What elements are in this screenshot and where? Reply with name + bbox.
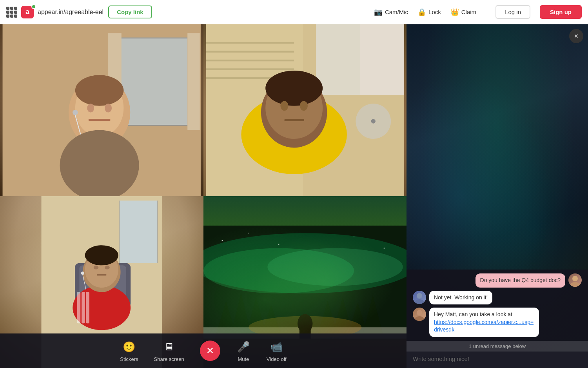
apps-grid-icon[interactable]	[6, 7, 17, 18]
svg-point-72	[383, 248, 385, 249]
svg-point-68	[221, 240, 223, 241]
svg-marker-61	[245, 297, 267, 339]
share-screen-label: Share screen	[154, 356, 184, 362]
svg-rect-20	[206, 51, 294, 52]
svg-point-49	[85, 245, 118, 265]
nav-divider	[486, 6, 486, 18]
claim-button[interactable]: 👑 Claim	[450, 8, 476, 16]
share-screen-icon: 🖥	[162, 340, 176, 355]
mute-label: Mute	[238, 356, 249, 362]
svg-rect-46	[86, 292, 89, 324]
svg-point-56	[203, 233, 407, 293]
lock-icon: 🔒	[417, 8, 426, 16]
svg-marker-59	[214, 301, 237, 339]
chat-link[interactable]: https://docs.google.com/a/zapier.c...usp…	[434, 319, 534, 333]
lock-button[interactable]: 🔒 Lock	[417, 8, 441, 16]
svg-point-76	[572, 276, 578, 281]
chat-input-row	[407, 352, 588, 368]
svg-marker-63	[316, 301, 339, 339]
svg-marker-60	[230, 293, 252, 339]
camera-icon: 📷	[374, 8, 383, 16]
svg-marker-66	[361, 295, 384, 339]
svg-point-77	[570, 282, 580, 287]
copy-link-button[interactable]: Copy link	[108, 5, 152, 18]
svg-rect-26	[360, 24, 404, 95]
video-cell-bottom-left	[203, 24, 407, 196]
svg-point-80	[417, 310, 422, 315]
video-grid	[0, 24, 407, 368]
chat-avatar-1	[568, 273, 582, 287]
svg-point-58	[267, 248, 403, 286]
stickers-label: Stickers	[120, 356, 138, 362]
svg-point-11	[87, 104, 94, 112]
chat-bubble-1: Do you have the Q4 budget doc?	[475, 273, 565, 288]
svg-marker-64	[331, 297, 354, 339]
chat-messages: Do you have the Q4 budget doc? Not yet. …	[407, 270, 588, 341]
right-panel: × Do you have the Q4 budget doc?	[407, 24, 588, 368]
svg-point-10	[75, 75, 124, 106]
bottom-toolbar: 🙂 Stickers 🖥 Share screen ✕ 🎤 Mute 📹 Vid…	[0, 333, 407, 368]
video-icon: 📹	[269, 340, 284, 355]
svg-rect-7	[187, 33, 200, 130]
svg-rect-21	[206, 60, 294, 61]
svg-point-32	[265, 71, 323, 106]
top-navigation: a appear.in/agreeable-eel Copy link 📷 Ca…	[0, 0, 588, 24]
svg-rect-22	[206, 68, 294, 70]
svg-point-81	[415, 316, 424, 321]
chat-bubble-3: Hey Matt, can you take a look at https:/…	[429, 308, 539, 337]
svg-point-12	[105, 104, 112, 112]
unread-message-badge[interactable]: 1 unread message below	[407, 341, 588, 352]
svg-rect-45	[82, 292, 85, 324]
svg-point-34	[299, 101, 307, 111]
svg-point-74	[298, 314, 312, 333]
svg-point-43	[73, 286, 131, 330]
share-screen-button[interactable]: 🖥 Share screen	[154, 340, 184, 362]
login-button[interactable]: Log in	[495, 5, 530, 19]
svg-rect-35	[284, 119, 304, 121]
svg-rect-19	[206, 42, 294, 44]
svg-point-79	[415, 299, 424, 304]
svg-point-50	[94, 266, 99, 269]
svg-rect-40	[157, 200, 158, 263]
svg-point-78	[417, 293, 422, 299]
svg-rect-55	[203, 226, 407, 339]
logo: a	[21, 6, 34, 18]
chat-area: Do you have the Q4 budget doc? Not yet. …	[407, 270, 588, 368]
chat-bubble-2: Not yet. Working on it!	[429, 291, 492, 305]
svg-point-53	[81, 271, 84, 275]
panel-close-button[interactable]: ×	[569, 29, 583, 43]
video-off-button[interactable]: 📹 Video off	[267, 340, 287, 362]
signup-button[interactable]: Sign up	[540, 5, 582, 19]
chat-input[interactable]	[413, 355, 582, 362]
svg-point-14	[73, 110, 78, 115]
video-off-label: Video off	[267, 356, 287, 362]
end-call-button[interactable]: ✕	[200, 341, 220, 361]
svg-rect-13	[89, 119, 111, 120]
mute-button[interactable]: 🎤 Mute	[236, 340, 251, 362]
microphone-icon: 🎤	[236, 340, 251, 355]
svg-rect-52	[97, 274, 107, 275]
claim-label: Claim	[461, 9, 476, 15]
svg-point-51	[105, 266, 110, 269]
svg-rect-25	[316, 24, 360, 95]
chat-message-2: Not yet. Working on it!	[413, 291, 582, 305]
chat-avatar-3	[413, 308, 426, 321]
svg-rect-44	[77, 292, 81, 324]
cam-mic-button[interactable]: 📷 Cam/Mic	[374, 8, 408, 16]
video-cell-top-left	[0, 24, 203, 196]
svg-point-69	[248, 233, 249, 233]
nav-actions: 📷 Cam/Mic 🔒 Lock 👑 Claim Log in Sign up	[374, 5, 582, 19]
chat-message-3: Hey Matt, can you take a look at https:/…	[413, 308, 582, 337]
room-url-link[interactable]: appear.in/agreeable-eel	[38, 9, 103, 16]
lock-label: Lock	[428, 9, 441, 15]
svg-point-71	[354, 237, 354, 237]
stickers-button[interactable]: 🙂 Stickers	[120, 340, 138, 362]
svg-point-70	[278, 244, 279, 245]
svg-rect-39	[120, 200, 120, 263]
svg-point-57	[203, 248, 354, 293]
chat-avatar-2	[413, 291, 426, 304]
cam-mic-label: Cam/Mic	[385, 9, 408, 15]
logo-icon: a	[21, 6, 34, 18]
chat-message-1: Do you have the Q4 budget doc?	[413, 273, 582, 288]
svg-point-33	[280, 101, 288, 111]
